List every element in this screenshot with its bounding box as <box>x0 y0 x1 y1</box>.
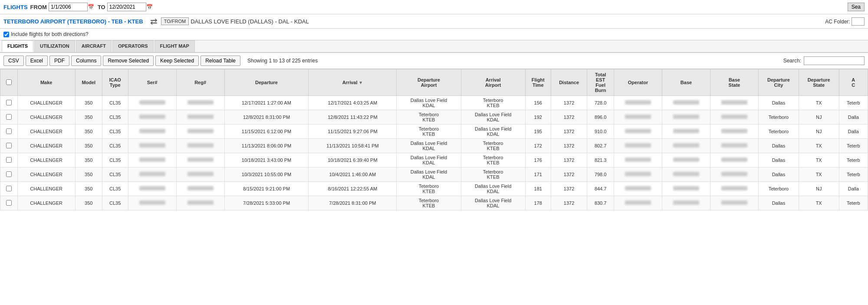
th-dep_airport[interactable]: DepartureAirport <box>397 69 461 96</box>
cell-flight_time: 172 <box>525 139 551 153</box>
table-search-input[interactable] <box>804 56 865 65</box>
cell-model: 350 <box>75 182 102 196</box>
cell-arrival: 11/13/2021 10:58:41 PM <box>309 139 397 153</box>
cell-departure_state: NJ <box>799 110 839 125</box>
row-checkbox[interactable] <box>6 128 12 134</box>
row-checkbox[interactable] <box>6 157 12 163</box>
th-line: Fuel <box>589 82 612 88</box>
th-select[interactable] <box>0 69 18 96</box>
th-icao_type[interactable]: ICAOType <box>102 69 128 96</box>
table-row[interactable]: CHALLENGER350CL3512/17/2021 1:27:00 AM12… <box>0 96 868 110</box>
both-directions-checkbox[interactable] <box>3 32 9 37</box>
cell-arrival_city_col: Dalla <box>839 182 868 196</box>
cell-base_state <box>710 196 759 210</box>
table-row[interactable]: CHALLENGER350CL3512/8/2021 8:31:00 PM12/… <box>0 110 868 125</box>
to-calendar-icon[interactable]: 📅 <box>146 4 153 10</box>
remove-selected-button[interactable]: Remove Selected <box>103 56 154 66</box>
swap-icon[interactable]: ⇄ <box>150 16 158 26</box>
table-row[interactable]: CHALLENGER350CL358/15/2021 9:21:00 PM8/1… <box>0 182 868 196</box>
cell-arrival: 10/4/2021 1:46:00 AM <box>309 167 397 182</box>
table-row[interactable]: CHALLENGER350CL357/28/2021 5:33:00 PM7/2… <box>0 196 868 210</box>
th-line: State <box>801 82 837 88</box>
th-departure[interactable]: Departure <box>224 69 309 96</box>
tab-utilization[interactable]: UTILIZATION <box>34 40 75 52</box>
th-make[interactable]: Make <box>17 69 75 96</box>
table-row[interactable]: CHALLENGER350CL3511/13/2021 8:06:00 PM11… <box>0 139 868 153</box>
reload-table-button[interactable]: Reload Table <box>201 56 240 66</box>
cell-icao_type: CL35 <box>102 139 128 153</box>
from-calendar-icon[interactable]: 📅 <box>88 4 94 10</box>
th-base[interactable]: Base <box>662 69 710 96</box>
cell-arrival_city_col: Teterb <box>839 167 868 182</box>
ac-folder-input[interactable] <box>852 17 865 26</box>
cell-departure_city: Dallas <box>759 96 799 110</box>
cell-ser_num <box>128 167 176 182</box>
cell-make: CHALLENGER <box>17 139 75 153</box>
search-button[interactable]: Sea <box>848 3 865 11</box>
th-line: Flight <box>527 77 549 82</box>
row-checkbox[interactable] <box>6 143 12 148</box>
th-line: Time <box>527 82 549 88</box>
th-line: Departure <box>760 77 797 82</box>
th-distance[interactable]: Distance <box>551 69 587 96</box>
th-line: Base <box>712 77 756 82</box>
th-arrival_city_col[interactable]: AC <box>839 69 868 96</box>
table-row[interactable]: CHALLENGER350CL3511/15/2021 6:12:00 PM11… <box>0 125 868 139</box>
cell-departure_state: TX <box>799 167 839 182</box>
csv-button[interactable]: CSV <box>3 56 24 66</box>
search-label: Search: <box>783 58 801 64</box>
th-model[interactable]: Model <box>75 69 102 96</box>
cell-icao_type: CL35 <box>102 167 128 182</box>
cell-model: 350 <box>75 96 102 110</box>
row-checkbox[interactable] <box>6 171 12 177</box>
to-date-input[interactable] <box>107 3 146 11</box>
cell-total_est_fuel_burn: 821.3 <box>587 153 614 167</box>
select-all-checkbox[interactable] <box>6 79 12 85</box>
row-checkbox[interactable] <box>6 100 12 105</box>
airport-to: DALLAS LOVE FIELD (DALLAS) - DAL - KDAL <box>191 18 309 25</box>
th-arrival[interactable]: Arrival ▼ <box>309 69 397 96</box>
th-reg_num[interactable]: Reg# <box>176 69 224 96</box>
th-ser_num[interactable]: Ser# <box>128 69 176 96</box>
pdf-button[interactable]: PDF <box>49 56 69 66</box>
th-operator[interactable]: Operator <box>614 69 662 96</box>
th-departure_state[interactable]: DepartureState <box>799 69 839 96</box>
cell-operator <box>614 96 662 110</box>
keep-selected-button[interactable]: Keep Selected <box>155 56 199 66</box>
airport-from: TETERBORO AIRPORT (TETERBORO) - TEB - KT… <box>3 18 143 25</box>
cell-distance: 1372 <box>551 182 587 196</box>
cell-departure: 12/17/2021 1:27:00 AM <box>224 96 309 110</box>
from-date-input[interactable] <box>49 3 88 11</box>
th-flight_time[interactable]: FlightTime <box>525 69 551 96</box>
cell-base <box>662 139 710 153</box>
table-row[interactable]: CHALLENGER350CL3510/18/2021 3:43:00 PM10… <box>0 153 868 167</box>
cell-departure: 11/13/2021 8:06:00 PM <box>224 139 309 153</box>
th-line: Total <box>589 72 612 77</box>
row-checkbox[interactable] <box>6 186 12 191</box>
cell-arrival: 7/28/2021 8:31:00 PM <box>309 196 397 210</box>
cell-reg_num <box>176 139 224 153</box>
th-arr_airport[interactable]: ArrivalAirport <box>461 69 525 96</box>
cell-dep_airport: TeterboroKTEB <box>397 110 461 125</box>
row-checkbox[interactable] <box>6 114 12 120</box>
cell-ser_num <box>128 110 176 125</box>
tab-operators[interactable]: OPERATORS <box>112 40 154 52</box>
tab-flights[interactable]: FLIGHTS <box>2 40 33 52</box>
columns-button[interactable]: Columns <box>71 56 101 66</box>
tab-aircraft[interactable]: AIRCRAFT <box>76 40 112 52</box>
excel-button[interactable]: Excel <box>26 56 48 66</box>
cell-base_state <box>710 167 759 182</box>
cell-base <box>662 153 710 167</box>
cell-dep_airport: Dallas Love FieldKDAL <box>397 96 461 110</box>
table-row[interactable]: CHALLENGER350CL3510/3/2021 10:55:00 PM10… <box>0 167 868 182</box>
cell-base_state <box>710 110 759 125</box>
cell-make: CHALLENGER <box>17 167 75 182</box>
th-total_est_fuel_burn[interactable]: TotalESTFuelBurn <box>587 69 614 96</box>
tab-flight_map[interactable]: FLIGHT MAP <box>155 40 195 52</box>
th-base_state[interactable]: BaseState <box>710 69 759 96</box>
cell-base_state <box>710 139 759 153</box>
row-checkbox[interactable] <box>6 200 12 206</box>
th-departure_city[interactable]: DepartureCity <box>759 69 799 96</box>
cell-operator <box>614 125 662 139</box>
cell-departure_city: Teterboro <box>759 182 799 196</box>
